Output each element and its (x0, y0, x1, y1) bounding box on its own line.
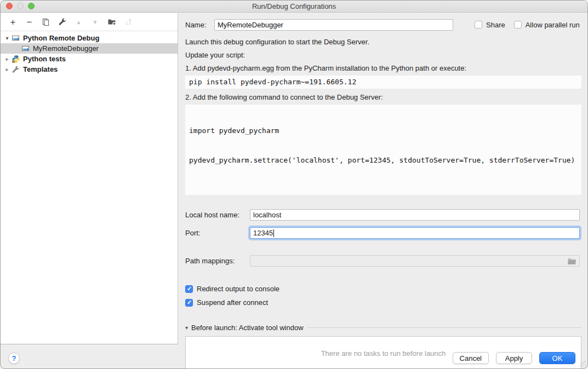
tree-item-label: Python Remote Debug (23, 34, 99, 42)
instruction-intro: Launch this debug configuration to start… (185, 37, 581, 47)
tree-item-label: Templates (23, 65, 58, 73)
allow-parallel-run-label: Allow parallel run (526, 21, 580, 29)
sort-arrow-icon: ↓ (125, 18, 129, 27)
path-mappings-input[interactable] (250, 255, 580, 267)
wrench-icon (58, 18, 67, 26)
configurations-tree-panel: + − ▲ ▼ ↓ az ▾ Pytho (1, 13, 178, 344)
instruction-update: Update your script: (185, 50, 581, 60)
allow-parallel-run-checkbox[interactable] (514, 21, 522, 28)
ok-button[interactable]: OK (539, 352, 575, 364)
minimize-window-button[interactable] (17, 3, 24, 9)
redirect-output-checkbox[interactable] (185, 285, 193, 293)
share-label: Share (486, 21, 505, 29)
traffic-lights (6, 3, 35, 9)
settrace-code: import pydevd_pycharm pydevd_pycharm.set… (185, 105, 581, 195)
pip-install-code: pip install pydevd-pycharm~=191.6605.12 (185, 76, 581, 89)
remote-debug-icon (12, 34, 20, 43)
tree-item-templates[interactable]: ▸ Templates (1, 64, 178, 74)
configurations-tree: ▾ Python Remote Debug MyRemoteDebugger ▸… (1, 31, 178, 74)
port-value: 12345 (253, 229, 273, 237)
run-debug-configurations-dialog: Run/Debug Configurations + − ▲ ▼ ↓ az (0, 0, 588, 369)
sort-configurations-button[interactable]: ↓ az (123, 18, 133, 27)
port-row: Port: 12345 (185, 227, 581, 239)
python-tests-icon (12, 55, 20, 64)
suspend-after-connect-row: Suspend after connect (185, 298, 581, 307)
before-launch-title: Before launch: Activate tool window (191, 324, 304, 332)
instruction-step2: 2. Add the following command to connect … (185, 93, 581, 102)
configuration-form: Name: Share Allow parallel run Launch th… (185, 13, 581, 369)
text-caret (273, 229, 274, 237)
instruction-step1: 1. Add pydevd-pycharm.egg from the PyCha… (185, 64, 581, 73)
local-host-row: Local host name: localhost (185, 209, 581, 221)
separator-line (307, 327, 581, 328)
path-mappings-row: Path mappings: (185, 255, 581, 267)
remote-debug-icon (21, 44, 30, 53)
share-checkbox[interactable] (475, 21, 482, 28)
redirect-output-label: Redirect output to console (197, 285, 279, 293)
titlebar: Run/Debug Configurations (1, 1, 587, 13)
suspend-after-connect-label: Suspend after connect (197, 298, 268, 307)
copy-icon (42, 18, 50, 26)
move-up-button[interactable]: ▲ (74, 18, 83, 27)
collapse-icon[interactable]: ▾ (185, 325, 188, 331)
window-title: Run/Debug Configurations (1, 1, 587, 12)
folder-plus-icon (107, 18, 116, 26)
port-label: Port: (185, 229, 250, 237)
name-input[interactable] (214, 19, 453, 31)
folder-icon[interactable] (567, 257, 576, 267)
name-row: Name: Share Allow parallel run (185, 19, 581, 31)
move-down-button[interactable]: ▼ (90, 18, 100, 27)
help-button[interactable]: ? (8, 353, 20, 364)
name-label: Name: (185, 21, 214, 29)
settrace-code-line1: import pydevd_pycharm (189, 126, 578, 136)
apply-button[interactable]: Apply (496, 352, 532, 364)
zoom-window-button[interactable] (28, 3, 35, 9)
collapsed-chevron-icon[interactable]: ▸ (4, 66, 10, 72)
path-mappings-label: Path mappings: (185, 257, 250, 265)
local-host-input[interactable]: localhost (250, 209, 580, 221)
wrench-icon (12, 65, 20, 74)
suspend-after-connect-checkbox[interactable] (185, 299, 193, 307)
tree-item-myremotedebugger[interactable]: MyRemoteDebugger (1, 43, 178, 54)
cancel-button[interactable]: Cancel (453, 352, 489, 364)
edit-defaults-button[interactable] (58, 18, 67, 27)
before-launch-section-header[interactable]: ▾ Before launch: Activate tool window (185, 324, 581, 332)
configurations-toolbar: + − ▲ ▼ ↓ az (1, 13, 178, 31)
copy-configuration-button[interactable] (41, 18, 50, 27)
empty-tasks-text: There are no tasks to run before launch (321, 349, 446, 358)
allow-parallel-group: Allow parallel run (514, 21, 580, 29)
sort-az-letters: az (129, 19, 131, 25)
port-input[interactable]: 12345 (250, 227, 580, 239)
new-folder-button[interactable] (107, 18, 116, 27)
collapsed-chevron-icon[interactable]: ▸ (4, 56, 10, 62)
tree-item-python-tests[interactable]: ▸ Python tests (1, 54, 178, 64)
add-configuration-button[interactable]: + (8, 18, 18, 27)
local-host-label: Local host name: (185, 211, 250, 219)
remove-configuration-button[interactable]: − (25, 18, 34, 27)
local-host-value: localhost (253, 211, 281, 219)
tree-item-label: Python tests (23, 55, 66, 63)
resize-grip[interactable] (580, 361, 587, 368)
share-group: Share (475, 21, 505, 29)
expanded-chevron-icon[interactable]: ▾ (4, 35, 10, 41)
dialog-buttons: Cancel Apply OK (453, 352, 575, 364)
tree-item-python-remote-debug[interactable]: ▾ Python Remote Debug (1, 33, 178, 43)
close-window-button[interactable] (6, 3, 13, 9)
redirect-output-row: Redirect output to console (185, 285, 581, 293)
tree-item-label: MyRemoteDebugger (33, 44, 99, 53)
settrace-code-line2: pydevd_pycharm.settrace('localhost', por… (189, 155, 578, 165)
